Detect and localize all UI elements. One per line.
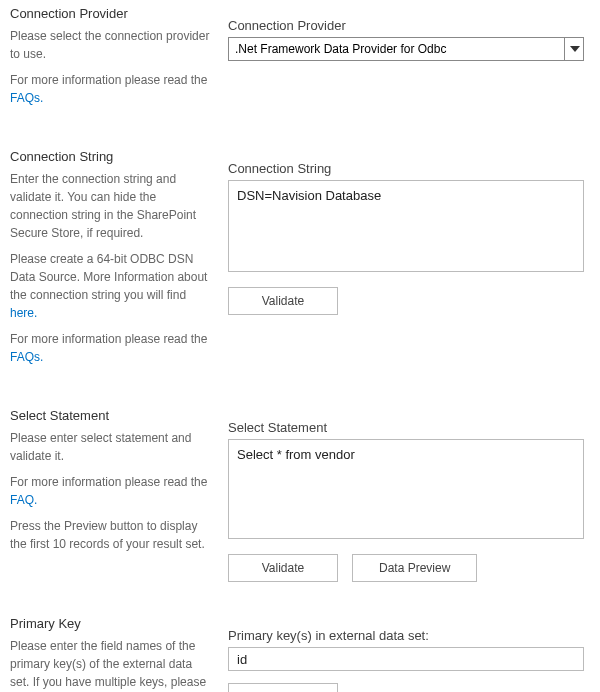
section-primary-key: Primary Key Please enter the field names… xyxy=(10,616,590,692)
field-label-provider: Connection Provider xyxy=(228,18,584,33)
provider-select[interactable]: .Net Framework Data Provider for Odbc xyxy=(228,37,584,61)
validate-button[interactable]: Validate xyxy=(228,683,338,692)
more-info-prefix: For more information please read the xyxy=(10,73,207,87)
dsn-desc: Please create a 64-bit ODBC DSN Data Sou… xyxy=(10,250,210,322)
section-right: Select Statement Validate Data Preview xyxy=(228,408,590,582)
validate-button[interactable]: Validate xyxy=(228,287,338,315)
here-link[interactable]: here. xyxy=(10,306,37,320)
more-info-prefix: For more information please read the xyxy=(10,475,207,489)
section-desc-1: Please enter the field names of the prim… xyxy=(10,637,210,692)
section-more-info: For more information please read the FAQ… xyxy=(10,330,210,366)
select-statement-input[interactable] xyxy=(228,439,584,539)
section-heading: Connection Provider xyxy=(10,6,210,21)
section-desc: Please select the connection provider to… xyxy=(10,27,210,63)
section-more-info: For more information please read the FAQ… xyxy=(10,71,210,107)
section-select-statement: Select Statement Please enter select sta… xyxy=(10,408,590,582)
section-heading: Primary Key xyxy=(10,616,210,631)
connection-string-input[interactable] xyxy=(228,180,584,272)
dsn-prefix: Please create a 64-bit ODBC DSN Data Sou… xyxy=(10,252,207,302)
preview-desc: Press the Preview button to display the … xyxy=(10,517,210,553)
section-left: Connection String Enter the connection s… xyxy=(10,149,210,374)
section-heading: Connection String xyxy=(10,149,210,164)
faqs-link[interactable]: FAQs. xyxy=(10,91,43,105)
button-row: Validate xyxy=(228,287,584,315)
field-label-connstr: Connection String xyxy=(228,161,584,176)
section-left: Select Statement Please enter select sta… xyxy=(10,408,210,582)
section-connection-provider: Connection Provider Please select the co… xyxy=(10,6,590,115)
section-heading: Select Statement xyxy=(10,408,210,423)
section-desc: Enter the connection string and validate… xyxy=(10,170,210,242)
button-row: Validate xyxy=(228,683,584,692)
provider-select-wrap: .Net Framework Data Provider for Odbc xyxy=(228,37,584,61)
data-preview-button[interactable]: Data Preview xyxy=(352,554,477,582)
section-more-info: For more information please read the FAQ… xyxy=(10,473,210,509)
field-label-pk: Primary key(s) in external data set: xyxy=(228,628,584,643)
primary-key-input[interactable] xyxy=(228,647,584,671)
section-right: Primary key(s) in external data set: Val… xyxy=(228,616,590,692)
section-right: Connection Provider .Net Framework Data … xyxy=(228,6,590,115)
section-connection-string: Connection String Enter the connection s… xyxy=(10,149,590,374)
section-desc: Please enter select statement and valida… xyxy=(10,429,210,465)
section-left: Primary Key Please enter the field names… xyxy=(10,616,210,692)
section-left: Connection Provider Please select the co… xyxy=(10,6,210,115)
section-right: Connection String Validate xyxy=(228,149,590,374)
validate-button[interactable]: Validate xyxy=(228,554,338,582)
more-info-prefix: For more information please read the xyxy=(10,332,207,346)
field-label-select: Select Statement xyxy=(228,420,584,435)
faq-link[interactable]: FAQ. xyxy=(10,493,37,507)
faqs-link[interactable]: FAQs. xyxy=(10,350,43,364)
button-row: Validate Data Preview xyxy=(228,554,584,582)
